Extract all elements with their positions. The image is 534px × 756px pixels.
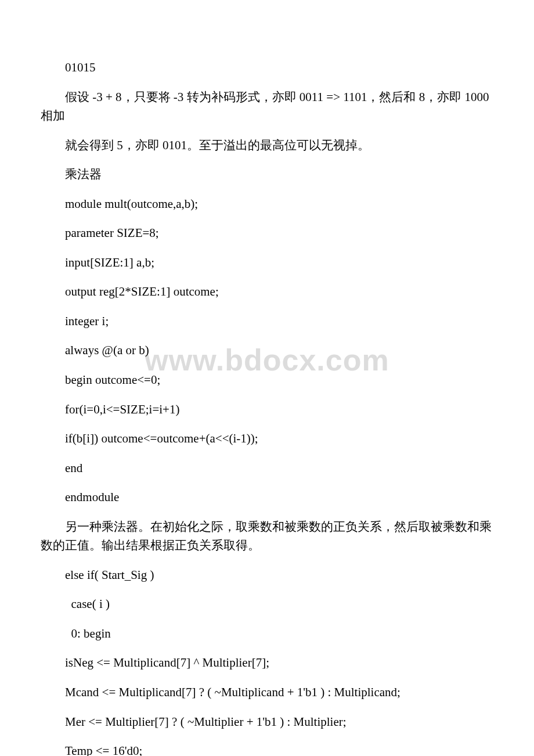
document-content: 01015假设 -3 + 8，只要将 -3 转为补码形式，亦即 0011 => … xyxy=(41,58,493,756)
paragraph: Mcand <= Multiplicand[7] ? ( ~Multiplica… xyxy=(41,683,493,702)
paragraph: integer i; xyxy=(41,312,493,331)
paragraph: endmodule xyxy=(41,488,493,507)
paragraph: 0: begin xyxy=(41,624,493,643)
paragraph: 假设 -3 + 8，只要将 -3 转为补码形式，亦即 0011 => 1101，… xyxy=(41,88,493,125)
paragraph: isNeg <= Multiplicand[7] ^ Multiplier[7]… xyxy=(41,653,493,672)
paragraph: 乘法器 xyxy=(41,165,493,184)
paragraph: always @(a or b) xyxy=(41,341,493,360)
document-page: www.bdocx.com 01015假设 -3 + 8，只要将 -3 转为补码… xyxy=(0,0,534,756)
paragraph: for(i=0,i<=SIZE;i=i+1) xyxy=(41,400,493,419)
paragraph: end xyxy=(41,459,493,478)
paragraph: module mult(outcome,a,b); xyxy=(41,195,493,214)
paragraph: 01015 xyxy=(41,58,493,77)
paragraph: begin outcome<=0; xyxy=(41,370,493,390)
paragraph: input[SIZE:1] a,b; xyxy=(41,253,493,272)
paragraph: Temp <= 16'd0; xyxy=(41,741,493,756)
paragraph: case( i ) xyxy=(41,595,493,614)
paragraph: 就会得到 5，亦即 0101。至于溢出的最高位可以无视掉。 xyxy=(41,136,493,155)
paragraph: output reg[2*SIZE:1] outcome; xyxy=(41,282,493,301)
paragraph: Mer <= Multiplier[7] ? ( ~Multiplier + 1… xyxy=(41,712,493,732)
paragraph: else if( Start_Sig ) xyxy=(41,566,493,585)
paragraph: 另一种乘法器。在初始化之际，取乘数和被乘数的正负关系，然后取被乘数和乘数的正值。… xyxy=(41,517,493,555)
paragraph: if(b[i]) outcome<=outcome+(a<<(i-1)); xyxy=(41,429,493,448)
paragraph: parameter SIZE=8; xyxy=(41,224,493,243)
